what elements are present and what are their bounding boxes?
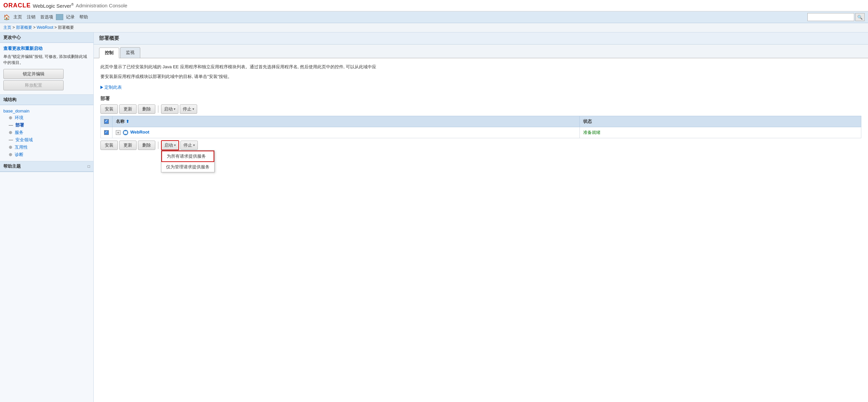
description2: 要安装新应用程序或模块以部署到此域中的目标, 请单击"安装"按钮。: [100, 73, 861, 80]
image-icon: [56, 14, 63, 20]
description1: 此页中显示了已经安装到此域的 Java EE 应用程序和独立应用程序模块列表。通…: [100, 64, 861, 71]
install-button-top[interactable]: 安装: [100, 104, 118, 114]
topnav-help-link[interactable]: 帮助: [77, 14, 90, 20]
topnav-home-link[interactable]: 主页: [11, 14, 24, 20]
topnav-preferences-link[interactable]: 首选项: [38, 14, 55, 20]
help-section-title: 帮助主题 □: [0, 161, 93, 172]
start-all-requests-item[interactable]: 为所有请求提供服务: [161, 151, 214, 162]
toolbar-bottom: 安装 更新 删除 启动 ▾ 为所有请求提供服务 仅为管理请求提供服务: [100, 140, 861, 150]
dash-icon: —: [9, 123, 13, 127]
tab-control[interactable]: 控制: [99, 48, 119, 58]
header: ORACLE WebLogic Server® Administration C…: [0, 0, 868, 11]
main-layout: 更改中心 查看更改和重新启动 单击"锁定并编辑"按钮, 可修改, 添加或删除此域…: [0, 32, 868, 402]
delete-button-top[interactable]: 删除: [138, 104, 155, 114]
breadcrumb-webroot[interactable]: WebRoot: [36, 25, 53, 30]
release-config-button[interactable]: 释放配置: [3, 80, 64, 90]
admin-console-title: Administration Console: [76, 3, 127, 8]
toolbar-separator-bottom: [158, 142, 158, 149]
delete-button-bottom[interactable]: 删除: [138, 141, 155, 150]
table-header-name: 名称 ⬆: [113, 116, 580, 127]
start-dropdown-menu: 为所有请求提供服务 仅为管理请求提供服务: [161, 150, 215, 173]
customize-table-link[interactable]: 定制此表: [100, 84, 861, 90]
help-section: 帮助主题 □: [0, 161, 93, 172]
lock-edit-button[interactable]: 锁定并编辑: [3, 69, 64, 79]
table-header-status: 状态: [580, 116, 861, 127]
view-changes-link[interactable]: 查看更改和重新启动: [3, 46, 42, 51]
start-dropdown-bottom[interactable]: 启动 ▾ 为所有请求提供服务 仅为管理请求提供服务: [161, 140, 179, 150]
customize-table-text: 定制此表: [104, 84, 122, 90]
breadcrumb-deployments[interactable]: 部署概要: [16, 25, 32, 30]
home-icon[interactable]: 🏠: [3, 14, 10, 21]
change-center-section: 更改中心 查看更改和重新启动 单击"锁定并编辑"按钮, 可修改, 添加或删除此域…: [0, 32, 93, 95]
toolbar-separator: [158, 105, 158, 113]
deployment-link[interactable]: 部署: [16, 123, 24, 127]
install-button-bottom[interactable]: 安装: [100, 141, 118, 150]
topnav-records-link[interactable]: 记录: [64, 14, 76, 20]
tree-item-environment[interactable]: ⊕ 环境: [9, 114, 90, 122]
tree-domain[interactable]: base_domain: [3, 108, 90, 114]
tree-item-security[interactable]: — 安全领域: [9, 136, 90, 144]
update-button-bottom[interactable]: 更新: [119, 141, 136, 150]
change-center-content: 查看更改和重新启动 单击"锁定并编辑"按钮, 可修改, 添加或删除此域中的项目。…: [0, 43, 93, 94]
expand-icon-diagnostics[interactable]: ⊕: [9, 152, 12, 157]
search-area: 🔍: [807, 13, 865, 21]
logo-area: ORACLE WebLogic Server® Administration C…: [3, 2, 127, 9]
customize-triangle-icon: [100, 86, 103, 89]
tree-item-services[interactable]: ⊕ 服务: [9, 129, 90, 136]
expand-icon-interop[interactable]: ⊕: [9, 145, 12, 150]
table-row: + WebRoot 准备就绪: [101, 127, 861, 138]
dash-icon-security: —: [9, 137, 13, 142]
tabs-bar: 控制 监视: [94, 44, 868, 58]
breadcrumb-home[interactable]: 主页: [3, 25, 11, 30]
main-content: 部署概要 控制 监视 此页中显示了已经安装到此域的 Java EE 应用程序和独…: [94, 32, 868, 402]
help-collapse-button[interactable]: □: [88, 164, 90, 169]
tree-item-diagnostics[interactable]: ⊕ 诊断: [9, 151, 90, 158]
toolbar-top: 安装 更新 删除 启动 ▾ 停止 ▾: [100, 104, 861, 114]
stop-dropdown-top[interactable]: 停止 ▾: [180, 104, 197, 114]
update-button-top[interactable]: 更新: [119, 104, 136, 114]
topnav-links: 主页 注销 首选项 记录 帮助: [11, 14, 90, 20]
expand-icon-services[interactable]: ⊕: [9, 130, 12, 135]
row-expand-button[interactable]: +: [116, 130, 121, 135]
expand-icon[interactable]: ⊕: [9, 115, 12, 120]
security-link[interactable]: 安全领域: [16, 137, 33, 142]
row-name-cell: + WebRoot: [113, 127, 580, 138]
search-button[interactable]: 🔍: [855, 13, 865, 21]
stop-dropdown-arrow-bottom: ▾: [193, 143, 195, 147]
start-dropdown-top[interactable]: 启动 ▾: [161, 104, 179, 114]
help-title-text: 帮助主题: [3, 163, 21, 169]
topnav-logout-link[interactable]: 注销: [25, 14, 37, 20]
interop-link[interactable]: 互用性: [15, 145, 28, 150]
app-name-link[interactable]: WebRoot: [130, 129, 149, 134]
domain-structure-title: 域结构: [0, 95, 93, 105]
change-center-description: 单击"锁定并编辑"按钮, 可修改, 添加或删除此域中的项目。: [3, 54, 90, 66]
domain-structure-section: 域结构 base_domain ⊕ 环境 — 部署 ⊕ 服: [0, 95, 93, 161]
sidebar: 更改中心 查看更改和重新启动 单击"锁定并编辑"按钮, 可修改, 添加或删除此域…: [0, 32, 94, 402]
row-checkbox[interactable]: [104, 130, 109, 135]
tree-children: ⊕ 环境 — 部署 ⊕ 服务 — 安全领域: [9, 114, 90, 158]
start-admin-requests-item[interactable]: 仅为管理请求提供服务: [161, 162, 214, 172]
start-dropdown-button-bottom[interactable]: 启动 ▾: [161, 140, 179, 150]
tree-item-interop[interactable]: ⊕ 互用性: [9, 144, 90, 151]
name-col-label: 名称: [116, 119, 125, 125]
stop-dropdown-bottom[interactable]: 停止 ▾: [180, 141, 198, 150]
environment-link[interactable]: 环境: [15, 115, 24, 120]
stop-dropdown-button-bottom[interactable]: 停止 ▾: [180, 141, 198, 150]
tree-item-deployment[interactable]: — 部署: [9, 122, 90, 129]
services-link[interactable]: 服务: [15, 130, 24, 135]
start-dropdown-button-top[interactable]: 启动 ▾: [161, 104, 179, 114]
table-header-checkbox: [101, 116, 113, 127]
domain-link[interactable]: base_domain: [3, 109, 29, 114]
start-dropdown-arrow-bottom: ▾: [174, 143, 176, 147]
stop-dropdown-arrow-top: ▾: [192, 107, 194, 111]
start-dropdown-arrow-top: ▾: [174, 107, 176, 111]
sort-icon[interactable]: ⬆: [126, 119, 129, 124]
stop-dropdown-button-top[interactable]: 停止 ▾: [180, 104, 197, 114]
select-all-checkbox[interactable]: [104, 119, 109, 124]
weblogic-title: WebLogic Server®: [33, 3, 74, 9]
content-body: 此页中显示了已经安装到此域的 Java EE 应用程序和独立应用程序模块列表。通…: [94, 58, 868, 158]
tab-monitor[interactable]: 监视: [120, 47, 140, 58]
diagnostics-link[interactable]: 诊断: [15, 152, 24, 157]
deployments-table: 名称 ⬆ 状态 +: [100, 116, 861, 138]
search-input[interactable]: [807, 13, 854, 21]
